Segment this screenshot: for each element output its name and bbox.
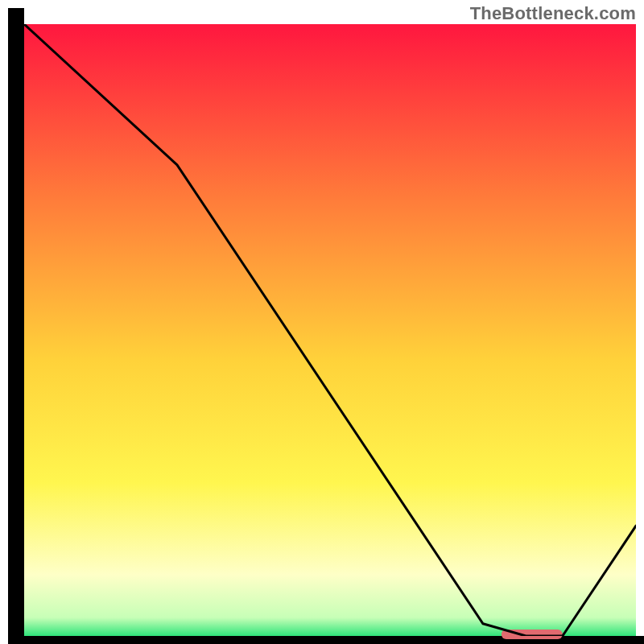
bottleneck-chart	[0, 0, 644, 644]
chart-container: TheBottleneck.com	[0, 0, 644, 644]
y-axis	[8, 8, 24, 644]
watermark-text: TheBottleneck.com	[470, 3, 636, 24]
plot-background	[24, 24, 636, 636]
